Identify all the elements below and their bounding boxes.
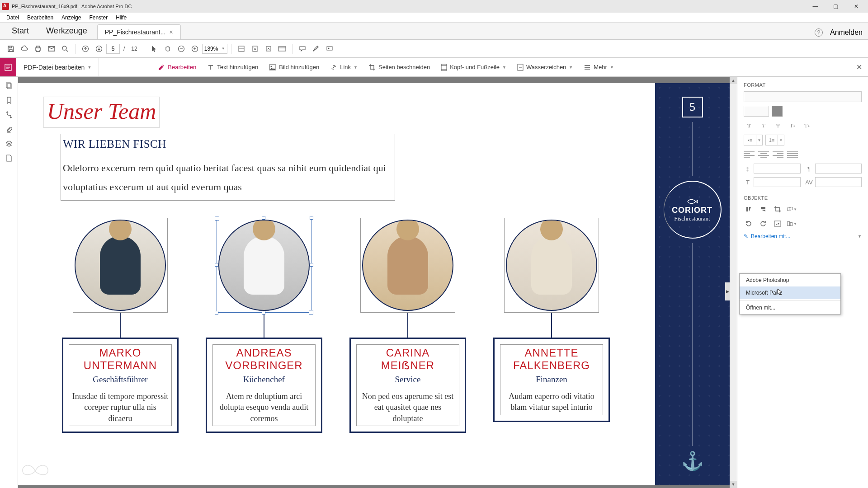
highlight-icon[interactable] bbox=[310, 42, 322, 55]
zoom-select[interactable]: 139%▼ bbox=[202, 44, 227, 54]
tab-start[interactable]: Start bbox=[5, 23, 36, 39]
fit-width-icon[interactable] bbox=[235, 42, 248, 55]
cloud-icon[interactable] bbox=[18, 42, 31, 55]
action-header-footer[interactable]: Kopf- und Fußzeile ▼ bbox=[436, 61, 511, 74]
member-card[interactable]: ANNETTEFALKENBERG Finanzen Audam eaperro… bbox=[493, 338, 610, 422]
menu-file[interactable]: Datei bbox=[3, 14, 23, 22]
subscript-button[interactable]: T1 bbox=[802, 120, 812, 131]
document-canvas[interactable]: Unser Team WIR LIEBEN FISCH Odelorro exc… bbox=[18, 77, 737, 488]
font-size-select[interactable] bbox=[744, 106, 769, 117]
menu-view[interactable]: Anzeige bbox=[58, 14, 85, 22]
replace-image-button[interactable] bbox=[773, 219, 783, 229]
action-edit[interactable]: Bearbeiten bbox=[153, 61, 201, 74]
dropdown-item-open-with[interactable]: Öffnen mit... bbox=[740, 301, 840, 314]
zoom-value: 139% bbox=[204, 46, 218, 52]
edit-mode-indicator[interactable] bbox=[0, 58, 16, 76]
search-icon[interactable] bbox=[59, 42, 71, 55]
dropdown-item-paint[interactable]: Microsoft Paint bbox=[740, 286, 840, 299]
print-icon[interactable] bbox=[32, 42, 44, 55]
align-objects-button[interactable]: ▼ bbox=[787, 219, 797, 229]
menu-edit[interactable]: Bearbeiten bbox=[24, 14, 57, 22]
rotate-cw-button[interactable] bbox=[758, 219, 768, 229]
zoom-out-icon[interactable] bbox=[175, 42, 188, 55]
member-card[interactable]: MARKOUNTERMANN Geschäftsführer Inusdae d… bbox=[62, 338, 179, 433]
action-add-text[interactable]: Text hinzufügen bbox=[203, 61, 263, 74]
doc-heading[interactable]: Unser Team bbox=[43, 97, 160, 127]
svg-rect-20 bbox=[774, 221, 781, 226]
scroll-up-icon[interactable]: ▲ bbox=[730, 77, 737, 84]
mail-icon[interactable] bbox=[45, 42, 58, 55]
bullet-list-button[interactable]: •≡▼ bbox=[744, 135, 763, 145]
menu-help[interactable]: Hilfe bbox=[112, 14, 130, 22]
underline-button[interactable]: T bbox=[773, 120, 783, 131]
align-center-button[interactable] bbox=[758, 149, 769, 160]
zoom-in-icon[interactable] bbox=[189, 42, 201, 55]
action-link[interactable]: Link ▼ bbox=[326, 61, 362, 74]
avatar-frame-selected[interactable] bbox=[217, 218, 311, 313]
align-right-button[interactable] bbox=[773, 149, 783, 160]
member-card[interactable]: ANDREASVORBRINGER Küchenchef Atem re dol… bbox=[206, 338, 322, 433]
arrange-button[interactable]: ▼ bbox=[787, 204, 797, 214]
avatar-frame[interactable] bbox=[73, 218, 168, 313]
fit-page-icon[interactable] bbox=[249, 42, 261, 55]
help-icon[interactable]: ? bbox=[815, 28, 823, 37]
close-button[interactable]: ✕ bbox=[846, 0, 866, 13]
line-spacing-icon: ‡ bbox=[744, 164, 752, 173]
view-mode-icon[interactable] bbox=[276, 42, 288, 55]
dropdown-item-photoshop[interactable]: Adobe Photoshop bbox=[740, 274, 840, 286]
doc-text-block[interactable]: WIR LIEBEN FISCH Odelorro excerum rem qu… bbox=[61, 134, 395, 201]
kerning-input[interactable] bbox=[815, 177, 862, 187]
action-watermark[interactable]: Wasserzeichen ▼ bbox=[513, 61, 577, 74]
sign-in-link[interactable]: Anmelden bbox=[830, 28, 863, 37]
minimize-button[interactable]: — bbox=[805, 0, 826, 13]
comment-icon[interactable] bbox=[296, 42, 309, 55]
align-left-button[interactable] bbox=[744, 149, 755, 160]
edit-title[interactable]: PDF-Datei bearbeiten ▼ bbox=[16, 58, 99, 76]
next-page-icon[interactable] bbox=[93, 42, 105, 55]
thumbnails-icon[interactable] bbox=[4, 80, 14, 91]
number-list-button[interactable]: 1≡▼ bbox=[765, 135, 784, 145]
avatar-frame[interactable] bbox=[504, 218, 599, 313]
vertical-scrollbar[interactable]: ▲ ▼ bbox=[730, 77, 737, 488]
menu-window[interactable]: Fenster bbox=[85, 14, 111, 22]
hand-icon[interactable] bbox=[161, 42, 174, 55]
brand-logo[interactable]: CORIORT Fischrestaurant bbox=[664, 181, 722, 239]
pointer-icon[interactable] bbox=[148, 42, 160, 55]
scroll-down-icon[interactable]: ▼ bbox=[730, 481, 737, 488]
crop-button[interactable] bbox=[773, 204, 783, 214]
page-icon[interactable] bbox=[4, 153, 14, 164]
action-more[interactable]: Mehr ▼ bbox=[579, 61, 618, 73]
tab-close-icon[interactable]: ✕ bbox=[169, 29, 173, 35]
rotate-icon[interactable] bbox=[262, 42, 275, 55]
align-justify-button[interactable] bbox=[787, 149, 798, 160]
layers-icon[interactable] bbox=[4, 138, 14, 149]
superscript-button[interactable]: T1 bbox=[787, 120, 798, 131]
flip-horizontal-button[interactable] bbox=[758, 204, 768, 214]
italic-button[interactable]: T bbox=[758, 120, 769, 131]
horizontal-scale-input[interactable] bbox=[754, 177, 801, 187]
flip-vertical-button[interactable] bbox=[744, 204, 754, 214]
edit-toolbar-close[interactable]: ✕ bbox=[850, 58, 868, 76]
stamp-icon[interactable] bbox=[323, 42, 336, 55]
member-card[interactable]: CARINAMEIẞNER Service Non ped eos aperum… bbox=[349, 338, 466, 433]
flow-icon[interactable] bbox=[4, 109, 14, 120]
line-spacing-input[interactable] bbox=[754, 164, 801, 174]
collapse-right-handle[interactable]: ▶ bbox=[725, 282, 730, 300]
page-input[interactable] bbox=[106, 44, 120, 54]
bookmarks-icon[interactable] bbox=[4, 95, 14, 106]
tab-tools[interactable]: Werkzeuge bbox=[39, 23, 94, 39]
rotate-ccw-button[interactable] bbox=[744, 219, 754, 229]
font-color-swatch[interactable] bbox=[772, 106, 783, 117]
save-icon[interactable] bbox=[5, 42, 17, 55]
maximize-button[interactable]: ▢ bbox=[826, 0, 846, 13]
paragraph-spacing-input[interactable] bbox=[815, 164, 862, 174]
font-family-select[interactable] bbox=[744, 91, 862, 102]
action-add-image[interactable]: Bild hinzufügen bbox=[264, 61, 324, 73]
edit-with-button[interactable]: ✎ Bearbeiten mit... ▼ bbox=[744, 233, 862, 239]
bold-button[interactable]: T bbox=[744, 120, 755, 131]
action-crop[interactable]: Seiten beschneiden bbox=[364, 61, 434, 74]
avatar-frame[interactable] bbox=[360, 218, 455, 313]
attachments-icon[interactable] bbox=[4, 124, 14, 135]
prev-page-icon[interactable] bbox=[79, 42, 92, 55]
tab-document[interactable]: PP_Fischrestaurant... ✕ bbox=[97, 24, 181, 39]
